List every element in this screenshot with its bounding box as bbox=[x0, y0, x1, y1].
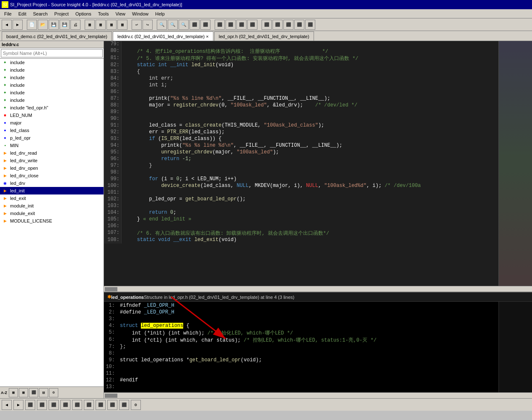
sidebar-label-19: module_init bbox=[10, 203, 34, 208]
code-hscroll[interactable] bbox=[104, 286, 532, 292]
tb-find5[interactable]: ⬛ bbox=[200, 20, 210, 30]
status-tb9[interactable]: ⬛ bbox=[119, 400, 129, 410]
sidebar-tb-2[interactable]: ▦ bbox=[19, 388, 28, 397]
menu-edit[interactable]: Edit bbox=[15, 10, 30, 17]
tb-forward[interactable]: ▶ bbox=[13, 20, 23, 30]
sidebar-item-7[interactable]: ■LED_NUM bbox=[0, 111, 104, 119]
tb-undo[interactable]: ↩ bbox=[132, 20, 142, 30]
menu-file[interactable]: File bbox=[1, 10, 15, 17]
tb-nav1[interactable]: ⬛ bbox=[215, 20, 225, 30]
tb-nav2[interactable]: ⬛ bbox=[226, 20, 236, 30]
sidebar-item-21[interactable]: ▶MODULE_LICENSE bbox=[0, 217, 104, 225]
code-scroll[interactable]: 79:80: /* 4. 把file_operations结构体告诉内核: 注册… bbox=[104, 41, 498, 286]
bottom-code-5: int (*ctl) (int which, char status); /* … bbox=[117, 337, 498, 344]
status-tb1[interactable]: ⬛ bbox=[25, 400, 35, 410]
line-code-15: printk("%s %s line %d\n", __FILE__, __FU… bbox=[122, 143, 498, 149]
bottom-code[interactable]: 1:#ifndef _LED_OPR_H2:#define _LED_OPR_H… bbox=[104, 302, 498, 392]
tb-nav3[interactable]: ⬛ bbox=[236, 20, 247, 30]
search-input[interactable] bbox=[1, 49, 103, 57]
sidebar-item-0[interactable]: ✦include bbox=[0, 59, 104, 66]
menu-window[interactable]: Window bbox=[129, 10, 152, 17]
menu-options[interactable]: Options bbox=[72, 10, 95, 17]
sidebar-item-15[interactable]: ▶led_drv_close bbox=[0, 172, 104, 179]
line-num-7: 86: bbox=[104, 89, 122, 96]
tb-find4[interactable]: ⬛ bbox=[189, 20, 200, 30]
sidebar-tb-1[interactable]: ▦ bbox=[9, 388, 18, 397]
tb-back[interactable]: ◀ bbox=[2, 20, 12, 30]
status-tb2[interactable]: ⬛ bbox=[37, 400, 47, 410]
sidebar-item-14[interactable]: ▶led_drv_open bbox=[0, 164, 104, 172]
bottom-scrollbar[interactable] bbox=[104, 392, 532, 398]
sidebar-item-5[interactable]: ✦include bbox=[0, 96, 104, 104]
sidebar-tb-3[interactable]: ⬛ bbox=[29, 388, 38, 397]
tb-proj1[interactable]: ▦ bbox=[85, 20, 95, 30]
line-num-3: 82: bbox=[104, 62, 122, 69]
tab-led-opr[interactable]: led_opr.h (02_led_drv\01_led_drv_templat… bbox=[214, 31, 314, 41]
status-forward[interactable]: ▶ bbox=[13, 400, 23, 410]
status-settings[interactable]: ⚙ bbox=[131, 400, 141, 410]
sidebar-item-8[interactable]: ●major bbox=[0, 119, 104, 127]
tb-print[interactable]: 🖨 bbox=[70, 20, 80, 30]
line-code-0 bbox=[122, 41, 498, 48]
tb-extra3[interactable]: ⬛ bbox=[283, 20, 293, 30]
sidebar-item-12[interactable]: ▶led_drv_read bbox=[0, 149, 104, 157]
status-tb7[interactable]: ⬛ bbox=[96, 400, 106, 410]
sidebar-item-20[interactable]: ▶module_exit bbox=[0, 210, 104, 217]
tb-nav4[interactable]: ⬛ bbox=[247, 20, 257, 30]
sidebar-item-16[interactable]: ◉led_drv bbox=[0, 179, 104, 187]
sidebar-tb-4[interactable]: ▤ bbox=[39, 388, 48, 397]
tb-find1[interactable]: 🔍 bbox=[157, 20, 167, 30]
sidebar-label-17: led_init bbox=[10, 188, 25, 193]
code-line-16: 95: unregister_chrdev(major, "100ask_led… bbox=[104, 149, 498, 156]
sidebar-item-17[interactable]: ▶led_init bbox=[0, 187, 104, 194]
sidebar-item-11[interactable]: ▪MIN bbox=[0, 142, 104, 149]
tb-find2[interactable]: 🔍 bbox=[168, 20, 178, 30]
sidebar-item-10[interactable]: ●p_led_opr bbox=[0, 134, 104, 142]
tb-extra2[interactable]: ⬛ bbox=[272, 20, 283, 30]
sidebar-item-6[interactable]: ✦include "led_opr.h" bbox=[0, 104, 104, 111]
bottom-line-9: 10: bbox=[104, 364, 498, 371]
tb-open[interactable]: 📂 bbox=[38, 20, 48, 30]
menu-view[interactable]: View bbox=[112, 10, 129, 17]
code-line-19: 98: bbox=[104, 169, 498, 176]
status-tb5[interactable]: ⬛ bbox=[72, 400, 82, 410]
tb-extra4[interactable]: ⬛ bbox=[294, 20, 304, 30]
menu-project[interactable]: Project bbox=[51, 10, 72, 17]
sidebar-item-9[interactable]: ●led_class bbox=[0, 127, 104, 134]
menu-tools[interactable]: Tools bbox=[95, 10, 112, 17]
bottom-line-5: 6: int (*ctl) (int which, char status); … bbox=[104, 337, 498, 344]
sidebar-icon-6: ✦ bbox=[2, 104, 8, 111]
tab-board-demo[interactable]: board_demo.c (02_led_drv\01_led_drv_temp… bbox=[2, 31, 112, 41]
tb-save2[interactable]: 💾 bbox=[60, 20, 70, 30]
tb-find3[interactable]: 🔍 bbox=[179, 20, 189, 30]
sidebar-item-4[interactable]: ✦include bbox=[0, 89, 104, 96]
sidebar-item-13[interactable]: ▶led_drv_write bbox=[0, 157, 104, 164]
tb-extra5[interactable]: ⬛ bbox=[305, 20, 315, 30]
sidebar-item-3[interactable]: ✦include bbox=[0, 81, 104, 89]
tb-proj2[interactable]: ▦ bbox=[96, 20, 106, 30]
menu-help[interactable]: Help bbox=[152, 10, 168, 17]
status-back[interactable]: ◀ bbox=[2, 400, 12, 410]
status-tb4[interactable]: ⬛ bbox=[60, 400, 70, 410]
tb-redo[interactable]: ↪ bbox=[143, 20, 153, 30]
tb-extra1[interactable]: ⬛ bbox=[262, 20, 272, 30]
line-num-23: 102: bbox=[104, 196, 122, 203]
line-code-25: return 0; bbox=[122, 210, 498, 216]
status-tb6[interactable]: ⬛ bbox=[84, 400, 94, 410]
tb-save[interactable]: 💾 bbox=[49, 20, 59, 30]
tab-leddrv[interactable]: leddrv.c (02_led_drv\01_led_drv_template… bbox=[113, 31, 213, 41]
status-tb8[interactable]: ⬛ bbox=[107, 400, 117, 410]
sidebar-item-1[interactable]: ✦include bbox=[0, 66, 104, 74]
code-line-13: 92: err = PTR_ERR(led_class); bbox=[104, 129, 498, 136]
sidebar-tb-settings[interactable]: ⚙ bbox=[49, 388, 58, 397]
menu-search[interactable]: Search bbox=[30, 10, 51, 17]
sidebar-icon-14: ▶ bbox=[2, 165, 8, 171]
tb-proj3[interactable]: ▦ bbox=[106, 20, 117, 30]
status-tb3[interactable]: ⬛ bbox=[49, 400, 59, 410]
sidebar-item-18[interactable]: ▶led_exit bbox=[0, 194, 104, 202]
sidebar-item-19[interactable]: ▶module_init bbox=[0, 202, 104, 210]
tb-new[interactable]: 📄 bbox=[27, 20, 37, 30]
tb-proj4[interactable]: ▦ bbox=[117, 20, 127, 30]
line-code-8: printk("%s %s line %d\n", __FILE__, __FU… bbox=[122, 96, 498, 102]
sidebar-item-2[interactable]: ✦include bbox=[0, 74, 104, 81]
